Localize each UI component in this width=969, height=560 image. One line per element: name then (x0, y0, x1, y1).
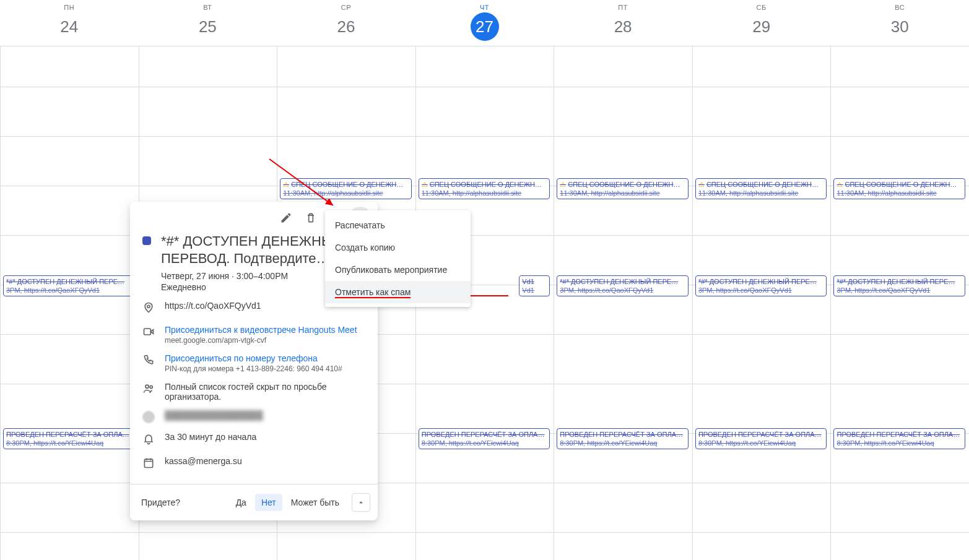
calendar-event[interactable]: *#* ДОСТУПЕН ДЕНЕЖНЫЙ ПЕРЕ… 3PM, https:/… (557, 275, 689, 296)
video-meet-link[interactable]: Присоединиться к видеовстрече Hangouts M… (165, 325, 367, 335)
svg-point-4 (147, 305, 150, 308)
calendar-event[interactable]: *#* ДОСТУПЕН ДЕНЕЖНЫЙ ПЕРЕ… 3PM, https:/… (3, 275, 135, 296)
trash-icon (305, 212, 317, 224)
day-header-fri[interactable]: ПТ 28 (554, 0, 692, 46)
guests-note: Полный список гостей скрыт по просьбе ор… (165, 382, 367, 402)
svg-rect-8 (144, 459, 152, 467)
svg-point-6 (146, 385, 149, 388)
calendar-event[interactable]: *#* ДОСТУПЕН ДЕНЕЖНЫЙ ПЕРЕ… 3PM, https:/… (833, 275, 965, 296)
calendar-event[interactable]: ПРОВЕДЕН ПЕРЕРАСЧЁТ ЗА ОПЛА… 8:30PM, htt… (833, 428, 965, 449)
day-header-sun[interactable]: ВС 30 (830, 0, 969, 46)
phone-join-link[interactable]: Присоединиться по номеру телефона (165, 353, 367, 363)
delete-button[interactable] (300, 207, 322, 229)
calendar-event[interactable]: СПЕЦ СООБЩЕНИЕ О ДЕНЕЖНО… 11:30AM, http:… (280, 178, 412, 199)
day-column-sun[interactable]: СПЕЦ СООБЩЕНИЕ О ДЕНЕЖНО… 11:30AM, http:… (830, 46, 969, 560)
calendar-event[interactable]: СПЕЦ СООБЩЕНИЕ О ДЕНЕЖНО… 11:30AM, http:… (419, 178, 550, 199)
rsvp-dropdown-button[interactable] (352, 493, 370, 512)
calendar-icon (142, 457, 155, 472)
pencil-icon (280, 212, 292, 224)
reminder-text: За 30 минут до начала (165, 432, 367, 442)
phone-pin: PIN-код для номера +1 413-889-2246: 960 … (165, 364, 367, 373)
calendar-event[interactable]: СПЕЦ СООБЩЕНИЕ О ДЕНЕЖНО… 11:30AM, http:… (557, 178, 689, 199)
day-header-tue[interactable]: ВТ 25 (139, 0, 277, 46)
day-header-mon[interactable]: ПН 24 (0, 0, 139, 46)
people-icon (142, 382, 155, 397)
bell-icon (142, 433, 155, 447)
menu-item-print[interactable]: Распечатать (325, 214, 471, 236)
video-meet-id: meet.google.com/apm-vtgk-cvf (165, 336, 367, 345)
calendar-event[interactable]: *#* ДОСТУПЕН ДЕНЕЖНЫЙ ПЕРЕ… 3PM, https:/… (695, 275, 827, 296)
calendar-event[interactable]: ПРОВЕДЕН ПЕРЕРАСЧЁТ ЗА ОПЛА… 8:30PM, htt… (557, 428, 689, 449)
calendar-event[interactable]: СПЕЦ СООБЩЕНИЕ О ДЕНЕЖНО… 11:30AM, http:… (695, 178, 827, 199)
calendar-event[interactable]: СПЕЦ СООБЩЕНИЕ О ДЕНЕЖНО… 11:30AM, http:… (833, 178, 965, 199)
day-header-sat[interactable]: СБ 29 (692, 0, 831, 46)
edit-button[interactable] (275, 207, 297, 229)
day-column-fri[interactable]: СПЕЦ СООБЩЕНИЕ О ДЕНЕЖНО… 11:30AM, http:… (554, 46, 692, 560)
week-header: ПН 24 ВТ 25 СР 26 ЧТ 27 ПТ 28 СБ 29 ВС 3… (0, 0, 969, 46)
rsvp-no-button[interactable]: Нет (255, 494, 282, 511)
annotation-line (469, 295, 508, 296)
calendar-event[interactable]: ПРОВЕДЕН ПЕРЕРАСЧЁТ ЗА ОПЛА… 8:30PM, htt… (695, 428, 827, 449)
calendar-event[interactable]: ПРОВЕДЕН ПЕРЕРАСЧЁТ ЗА ОПЛА… 8:30PM, htt… (419, 428, 550, 449)
day-header-wed[interactable]: СР 26 (277, 0, 415, 46)
menu-item-publish[interactable]: Опубликовать мероприятие (325, 259, 471, 281)
organizer-avatar (142, 411, 155, 423)
day-column-mon[interactable]: *#* ДОСТУПЕН ДЕНЕЖНЫЙ ПЕРЕ… 3PM, https:/… (0, 46, 139, 560)
rsvp-maybe-button[interactable]: Может быть (285, 494, 345, 511)
svg-point-7 (150, 386, 152, 388)
rsvp-yes-button[interactable]: Да (230, 494, 253, 511)
phone-icon (142, 354, 155, 369)
day-column-sat[interactable]: СПЕЦ СООБЩЕНИЕ О ДЕНЕЖНО… 11:30AM, http:… (692, 46, 831, 560)
video-icon (142, 325, 155, 340)
context-menu: Распечатать Создать копию Опубликовать м… (325, 210, 471, 307)
menu-item-mark-spam[interactable]: Отметить как спам (325, 281, 471, 303)
chevron-up-icon (357, 498, 365, 507)
menu-item-copy[interactable]: Создать копию (325, 236, 471, 259)
calendar-event[interactable]: Vd1 Vd1 (519, 275, 550, 296)
day-header-thu[interactable]: ЧТ 27 (415, 0, 554, 46)
svg-rect-5 (144, 329, 151, 335)
event-color-chip (142, 236, 151, 245)
location-icon (142, 301, 155, 316)
rsvp-footer: Придете? Да Нет Может быть (130, 484, 378, 520)
calendar-email: kassa@menerga.su (165, 456, 367, 466)
organizer-name: ████████████████ (165, 410, 367, 420)
rsvp-label: Придете? (141, 498, 180, 507)
calendar-event[interactable]: ПРОВЕДЕН ПЕРЕРАСЧЁТ ЗА ОПЛА… 8:30PM, htt… (3, 428, 135, 449)
